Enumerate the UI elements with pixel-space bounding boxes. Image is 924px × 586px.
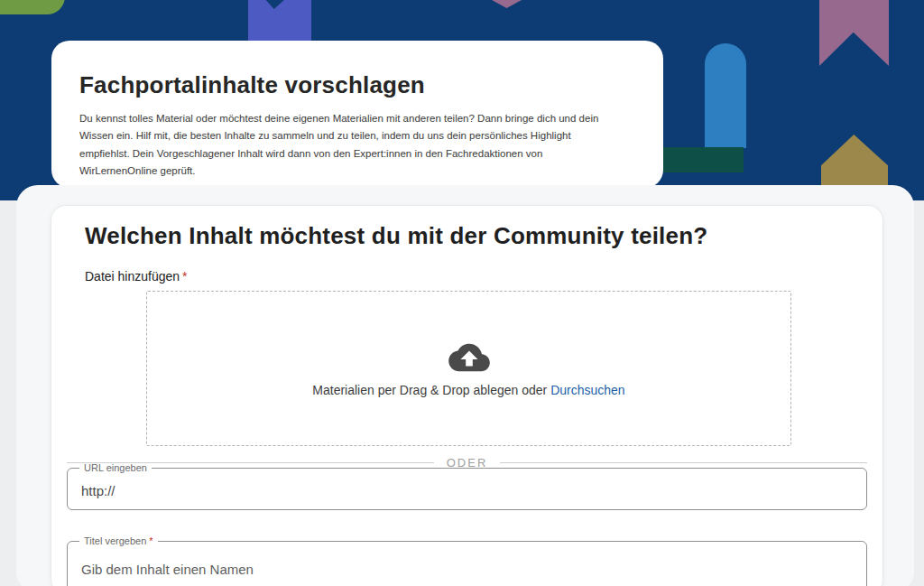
url-field: URL eingeben <box>67 469 867 510</box>
required-asterisk: * <box>182 269 187 284</box>
form-card: Welchen Inhalt möchtest du mit der Commu… <box>51 206 882 586</box>
form-section: Welchen Inhalt möchtest du mit der Commu… <box>16 185 914 586</box>
cloud-upload-icon <box>448 340 490 375</box>
hero-description: Du kennst tolles Material oder möchtest … <box>79 110 617 180</box>
or-divider: ODER <box>67 455 867 470</box>
green-tab-shape <box>0 0 65 14</box>
title-field: Titel vergeben* <box>67 542 867 586</box>
divider-line-right <box>500 462 867 463</box>
page-title: Fachportalinhalte vorschlagen <box>79 71 636 98</box>
gold-arrow-shape <box>821 135 888 185</box>
divider-line-left <box>67 462 434 463</box>
hero-card: Fachportalinhalte vorschlagen Du kennst … <box>51 41 663 188</box>
browse-link[interactable]: Durchsuchen <box>550 383 625 397</box>
dropzone-text: Materialien per Drag & Drop ablegen oder… <box>312 383 624 397</box>
title-input[interactable] <box>67 542 867 586</box>
file-upload-label: Datei hinzufügen* <box>85 269 188 284</box>
teal-bar-shape <box>662 147 744 172</box>
mauve-flag-tip-shape <box>492 0 522 8</box>
form-heading: Welchen Inhalt möchtest du mit der Commu… <box>85 222 707 250</box>
indigo-flag-shape <box>248 0 311 45</box>
blue-arch-shape <box>705 43 746 148</box>
or-divider-label: ODER <box>434 456 501 470</box>
url-input[interactable] <box>67 469 867 510</box>
upload-dropzone[interactable]: Materialien per Drag & Drop ablegen oder… <box>146 291 791 446</box>
mauve-bookmark-shape <box>819 0 889 66</box>
